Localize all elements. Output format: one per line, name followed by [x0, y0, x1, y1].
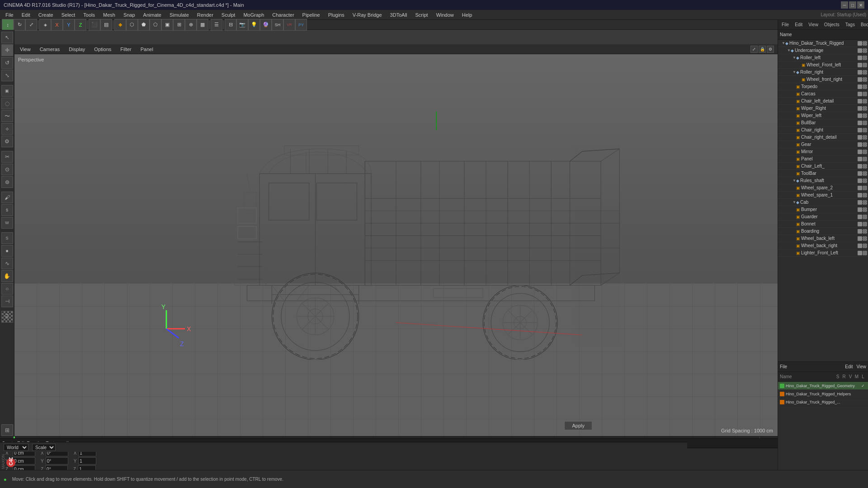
knife-icon[interactable]: ✂	[1, 151, 13, 163]
obj-render-btn[interactable]	[863, 157, 867, 161]
obj-list-item-28[interactable]: ▣ Wheel_back_right	[778, 242, 868, 249]
obj-list-item-29[interactable]: ▣ Lighter_Front_Left	[778, 249, 868, 257]
snap-icon[interactable]: ⊕	[185, 19, 197, 31]
move-tool-icon[interactable]: ↕	[2, 19, 14, 31]
rb-obj-row-1[interactable]: Hino_Dakar_Truck_Rigged_Geometry ✓	[778, 382, 868, 390]
obj-render-btn[interactable]	[863, 186, 867, 190]
rb-edit-btn[interactable]: Edit	[845, 364, 853, 369]
obj-render-btn[interactable]	[863, 164, 867, 169]
menu-tools[interactable]: Tools	[80, 11, 99, 19]
menu-vray[interactable]: V-Ray Bridge	[349, 11, 386, 19]
spline-icon[interactable]: 〜	[1, 110, 13, 122]
obj-list-item-12[interactable]: ▣ Chair_right	[778, 127, 868, 134]
obj-visibility-btn[interactable]	[858, 41, 862, 46]
model-mode-icon[interactable]: ▦	[197, 19, 208, 31]
viewport[interactable]: View Cameras Display Options Filter Pane…	[14, 44, 778, 436]
menu-pipeline[interactable]: Pipeline	[299, 11, 324, 19]
move-icon[interactable]: ✛	[1, 44, 13, 56]
obj-visibility-btn[interactable]	[858, 92, 862, 96]
obj-visibility-btn[interactable]	[858, 77, 862, 82]
object-mode-icon[interactable]: ◆	[114, 19, 126, 31]
obj-visibility-btn[interactable]	[858, 186, 862, 190]
obj-visibility-btn[interactable]	[858, 164, 862, 169]
rect-select-icon[interactable]: X	[51, 19, 63, 31]
obj-render-btn[interactable]	[863, 251, 867, 255]
obj-visibility-btn[interactable]	[858, 121, 862, 125]
obj-list-item-23[interactable]: ▣ Bumper	[778, 206, 868, 213]
obj-visibility-btn[interactable]	[858, 56, 862, 60]
obj-list-item-24[interactable]: ▣ Guarder	[778, 213, 868, 221]
checker-icon[interactable]: ⠿	[1, 311, 13, 323]
inflate-icon[interactable]: ○	[1, 283, 13, 295]
obj-list-item-10[interactable]: ▣ Wiper_left	[778, 112, 868, 119]
rb-obj-row-3[interactable]: Hino_Dakar_Truck_Rigged_...	[778, 398, 868, 406]
rb-view-btn[interactable]: View	[857, 364, 867, 369]
obj-list-item-4[interactable]: ▼ ◆ Roller_right	[778, 69, 868, 76]
obj-render-btn[interactable]	[863, 244, 867, 248]
obj-list-item-19[interactable]: ▼ ◆ Rules_shaft	[778, 177, 868, 184]
camera-icon[interactable]: 📷	[236, 19, 248, 31]
vray-icon[interactable]: VR	[283, 19, 295, 31]
python-icon[interactable]: PY	[295, 19, 307, 31]
vp-expand-icon[interactable]: ⤢	[750, 46, 758, 53]
generator-icon[interactable]: ⚙	[1, 136, 13, 147]
menu-snap[interactable]: Snap	[120, 11, 139, 19]
menu-file[interactable]: File	[2, 11, 17, 19]
vp-view-menu[interactable]: View	[18, 46, 33, 53]
obj-visibility-btn[interactable]	[858, 150, 862, 154]
vp-cameras-menu[interactable]: Cameras	[38, 46, 62, 53]
obj-visibility-btn[interactable]	[858, 229, 862, 234]
obj-visibility-btn[interactable]	[858, 128, 862, 132]
obj-visibility-btn[interactable]	[858, 193, 862, 197]
obj-render-btn[interactable]	[863, 193, 867, 197]
select-all-icon[interactable]: ◈	[39, 19, 51, 31]
obj-render-btn[interactable]	[863, 48, 867, 53]
plugin-icon[interactable]: ⊞	[1, 424, 13, 436]
obj-list-item-7[interactable]: ▣ Carcas	[778, 90, 868, 98]
menu-select[interactable]: Select	[58, 11, 79, 19]
lasso-select-icon[interactable]: Y	[63, 19, 75, 31]
fill-select-icon[interactable]: ⊚	[1, 176, 13, 188]
obj-tags-btn[interactable]: Tags	[843, 21, 858, 28]
brush-icon[interactable]: ●	[1, 245, 13, 257]
menu-help[interactable]: Help	[458, 11, 476, 19]
obj-visibility-btn[interactable]	[858, 84, 862, 89]
obj-render-btn[interactable]	[863, 236, 867, 241]
obj-render-btn[interactable]	[863, 56, 867, 60]
poly-select-icon[interactable]: Z	[75, 19, 86, 31]
rb-file-btn[interactable]: File	[780, 364, 841, 369]
menu-edit[interactable]: Edit	[18, 11, 34, 19]
menu-sculpt[interactable]: Sculpt	[218, 11, 239, 19]
obj-render-btn[interactable]	[863, 171, 867, 176]
obj-visibility-btn[interactable]	[858, 70, 862, 75]
obj-visibility-btn[interactable]	[858, 157, 862, 161]
maximize-button[interactable]: □	[849, 1, 856, 9]
rotate-tool-icon[interactable]: ↺	[1, 57, 13, 69]
obj-render-btn[interactable]	[863, 135, 867, 140]
layer-icon[interactable]: ☰	[211, 19, 222, 31]
obj-visibility-btn[interactable]	[858, 222, 862, 226]
obj-visibility-btn[interactable]	[858, 113, 862, 118]
obj-list-item-1[interactable]: ▼ ◆ Undercarriage	[778, 47, 868, 54]
vp-display-menu[interactable]: Display	[67, 46, 87, 53]
obj-visibility-btn[interactable]	[858, 135, 862, 140]
obj-render-btn[interactable]	[863, 63, 867, 67]
select-tool-icon[interactable]: ↖	[1, 32, 13, 43]
obj-list-item-0[interactable]: ▼ ◆ Hino_Dakar_Truck_Rigged	[778, 40, 868, 47]
menu-render[interactable]: Render	[193, 11, 217, 19]
obj-render-btn[interactable]	[863, 215, 867, 219]
rotate-icon[interactable]: ↻	[14, 19, 25, 31]
obj-render-btn[interactable]	[863, 178, 867, 183]
obj-render-btn[interactable]	[863, 113, 867, 118]
vp-lock-icon[interactable]: 🔒	[759, 46, 766, 53]
obj-render-btn[interactable]	[863, 99, 867, 103]
menu-character[interactable]: Character	[269, 11, 297, 19]
polygon-mode-icon[interactable]: ⬡	[126, 19, 138, 31]
obj-list-item-26[interactable]: ▣ Boarding	[778, 228, 868, 235]
obj-list-item-9[interactable]: ▣ Wiper_Right	[778, 105, 868, 112]
light-icon[interactable]: 💡	[248, 19, 260, 31]
obj-visibility-btn[interactable]	[858, 178, 862, 183]
obj-render-btn[interactable]	[863, 121, 867, 125]
obj-visibility-btn[interactable]	[858, 244, 862, 248]
obj-list-item-2[interactable]: ▼ ◆ Roller_left	[778, 54, 868, 61]
